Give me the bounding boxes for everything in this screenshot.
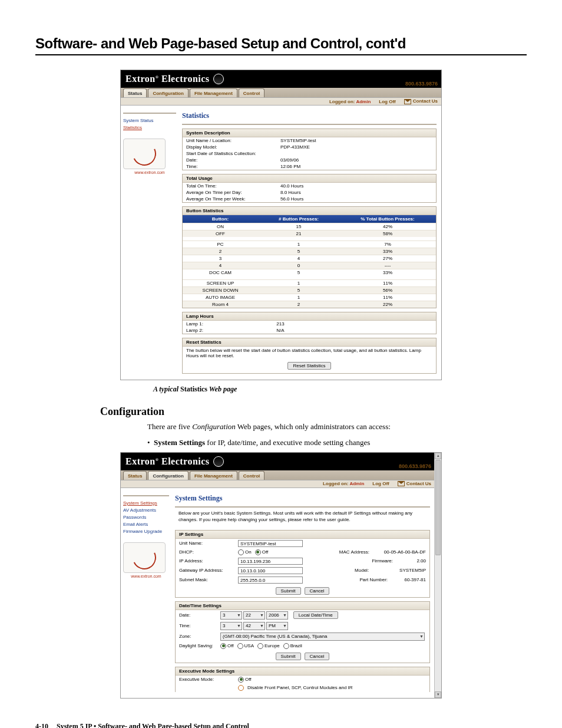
exec-disable-radio[interactable]: Disable Front Panel, SCP, Control Module… — [238, 685, 353, 691]
table-cell: 56% — [339, 287, 436, 294]
dt-submit-button[interactable]: Submit — [276, 653, 301, 660]
time-min-select[interactable]: 42 — [243, 622, 265, 630]
model-v: SYSTEM5IP — [399, 568, 426, 573]
mail-icon — [398, 481, 405, 486]
start-date-v — [280, 151, 432, 156]
lamp2-k: Lamp 2: — [186, 328, 245, 333]
reset-stats-panel: Reset Statistics The button below will r… — [182, 338, 437, 374]
date-month-select[interactable]: 3 — [220, 611, 242, 620]
logoff-link[interactable]: Log Off — [379, 99, 395, 104]
tab-status[interactable]: Status — [123, 471, 147, 480]
table-cell: 2 — [258, 301, 339, 308]
side-statistics[interactable]: Statistics — [123, 124, 176, 131]
local-datetime-button[interactable]: Local Date/Time — [293, 611, 338, 619]
side-av-adjustments[interactable]: AV Adjustments — [123, 507, 169, 514]
ds-usa-radio[interactable]: USA — [237, 643, 254, 649]
exec-off-radio[interactable]: Off — [238, 677, 252, 683]
page-title: Software- and Web Page-based Setup and C… — [35, 35, 527, 55]
lamp1-k: Lamp 1: — [186, 321, 245, 327]
settings-intro: Below are your Unit's basic System Setti… — [175, 508, 430, 526]
unit-name-k: Unit Name: — [179, 541, 238, 546]
gw-input[interactable]: 10.13.0.100 — [238, 567, 303, 574]
exec-mode-header: Executive Mode Settings — [176, 667, 429, 676]
table-cell: SCREEN DOWN — [183, 287, 258, 294]
time-hour-select[interactable]: 3 — [220, 622, 242, 630]
date-day-select[interactable]: 22 — [243, 611, 265, 620]
display-model-k: Display Model: — [186, 144, 280, 150]
brand-bar: Extron® Electronics — [121, 70, 441, 88]
logged-label: Logged on: — [329, 99, 355, 104]
side-system-settings[interactable]: System Settings — [123, 500, 169, 507]
start-date-k: Start Date of Statistics Collection: — [186, 151, 280, 156]
avg-day-v: 8.0 Hours — [280, 190, 432, 195]
dhcp-off-radio[interactable]: Off — [255, 549, 269, 555]
table-cell: 15 — [258, 223, 339, 230]
ds-off-radio[interactable]: Off — [220, 643, 234, 649]
ip-input[interactable]: 10.13.199.236 — [238, 558, 303, 565]
side-passwords[interactable]: Passwords — [123, 514, 169, 521]
display-model-v: PDP-433MXE — [280, 144, 432, 150]
col-total: % Total Button Presses: — [339, 215, 436, 223]
footer-text: System 5 IP • Software- and Web Page-bas… — [57, 722, 249, 728]
lamp1-v: 213 — [245, 321, 316, 327]
ds-brazil-radio[interactable]: Brazil — [283, 643, 302, 649]
datetime-panel: Date/Time Settings Date: 3 22 2006 Local… — [175, 601, 430, 663]
scroll-down-icon[interactable]: ▾ — [435, 691, 441, 698]
ip-submit-button[interactable]: Submit — [276, 587, 301, 595]
bullet-system-settings: • System Settings for IP, date/time, and… — [147, 438, 513, 447]
exec-mode-panel: Executive Mode Settings Executive Mode: … — [175, 667, 430, 692]
side-system-status[interactable]: System Status — [123, 117, 176, 124]
mac-v: 00-05-A6-00-BA-DF — [384, 549, 426, 555]
unit-name-input[interactable]: SYSTEM5IP-test — [238, 540, 303, 547]
extron-url[interactable]: www.extron.com — [123, 170, 176, 174]
scroll-up-icon[interactable]: ▴ — [435, 453, 441, 459]
total-on-k: Total On Time: — [186, 183, 280, 189]
lamp-hours-panel: Lamp Hours Lamp 1:213 Lamp 2:N/A — [182, 312, 437, 334]
avg-day-k: Average On Time per Day: — [186, 190, 280, 195]
tab-configuration[interactable]: Configuration — [148, 88, 188, 97]
table-cell: 11% — [339, 280, 436, 286]
extron-url[interactable]: www.extron.com — [123, 574, 169, 578]
contact-link[interactable]: Contact Us — [398, 481, 431, 486]
ip-cancel-button[interactable]: Cancel — [305, 587, 330, 595]
tab-control[interactable]: Control — [239, 471, 265, 480]
table-cell: PC — [183, 241, 258, 248]
tab-configuration[interactable]: Configuration — [148, 471, 188, 480]
stats-heading: Statistics — [182, 111, 437, 120]
logged-user: Admin — [349, 481, 364, 486]
zone-select[interactable]: (GMT-08:00) Pacific Time (US & Canada), … — [220, 633, 425, 641]
lamp2-v: N/A — [245, 328, 316, 333]
side-email-alerts[interactable]: Email Alerts — [123, 521, 169, 528]
table-cell: 3 — [183, 255, 258, 262]
tab-status[interactable]: Status — [123, 88, 147, 97]
time-v: 12:06 PM — [280, 164, 432, 169]
reset-statistics-button[interactable]: Reset Statistics — [287, 362, 330, 370]
logged-user: Admin — [356, 99, 371, 104]
table-cell: Room 4 — [183, 301, 258, 308]
contact-link[interactable]: Contact Us — [404, 98, 438, 104]
time-ampm-select[interactable]: PM — [266, 622, 288, 630]
tab-control[interactable]: Control — [239, 88, 265, 97]
scrollbar[interactable]: ▴ ▾ — [434, 453, 441, 698]
settings-heading: System Settings — [175, 494, 430, 503]
reset-stats-text: The button below will reset the start da… — [183, 347, 436, 360]
dhcp-on-radio[interactable]: On — [238, 549, 252, 555]
side-firmware-upgrade[interactable]: Firmware Upgrade — [123, 528, 169, 535]
table-cell: 27% — [339, 255, 436, 262]
ds-europe-radio[interactable]: Europe — [257, 643, 280, 649]
logoff-link[interactable]: Log Off — [372, 481, 389, 486]
page-footer: 4-10 System 5 IP • Software- and Web Pag… — [35, 722, 527, 728]
date-year-select[interactable]: 2006 — [266, 611, 288, 620]
part-v: 60-397-81 — [405, 577, 426, 582]
subnet-input[interactable]: 255.255.0.0 — [238, 577, 303, 584]
table-cell: 33% — [339, 269, 436, 276]
table-cell: DOC CAM — [183, 269, 258, 276]
tab-file-management[interactable]: File Management — [190, 88, 237, 97]
scroll-thumb[interactable] — [435, 460, 441, 555]
extron-logo — [123, 139, 166, 169]
tab-file-management[interactable]: File Management — [190, 471, 237, 480]
total-usage-panel: Total Usage Total On Time:40.0 Hours Ave… — [182, 174, 437, 203]
dt-cancel-button[interactable]: Cancel — [305, 653, 330, 660]
table-cell: 7% — [339, 241, 436, 248]
system-description-header: System Description — [183, 129, 436, 137]
